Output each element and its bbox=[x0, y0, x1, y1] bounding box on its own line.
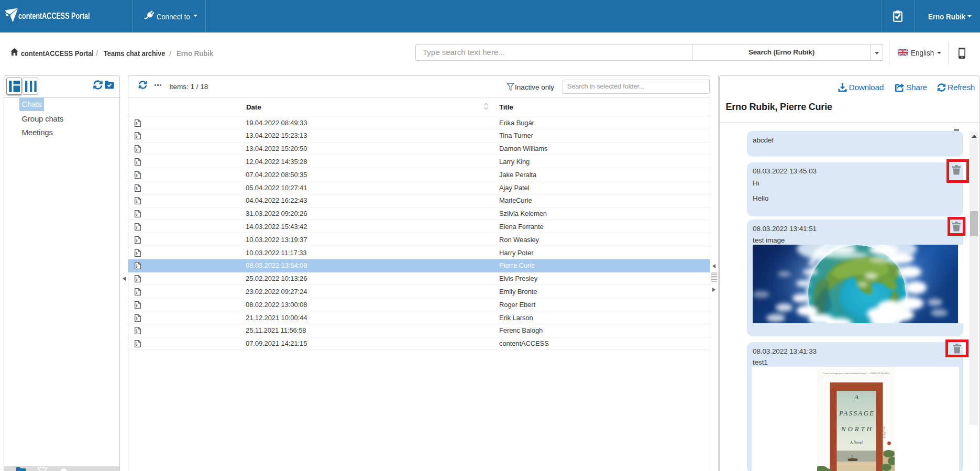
svg-text:“A novel of tragic power and u: “A novel of tragic power and uncommon be… bbox=[822, 372, 889, 375]
svg-text:A Novel: A Novel bbox=[850, 440, 863, 445]
svg-text:A: A bbox=[854, 393, 858, 401]
svg-text:HOGARTH: HOGARTH bbox=[882, 426, 885, 439]
svg-text:NORTH: NORTH bbox=[841, 425, 872, 433]
